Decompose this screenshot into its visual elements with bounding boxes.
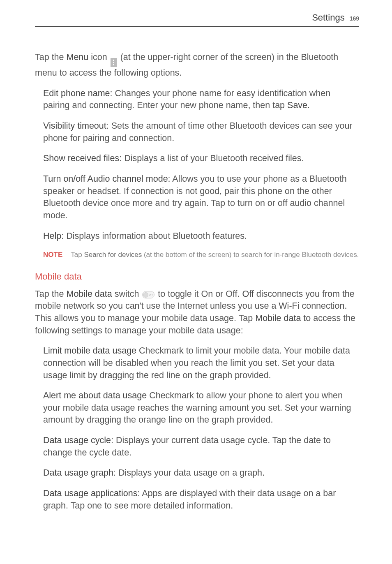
- item-data-usage-graph: Data usage graph: Displays your data usa…: [43, 467, 359, 479]
- s2-b2: Off: [242, 289, 254, 299]
- item-bold: Turn on/off Audio channel mode: [43, 174, 168, 184]
- toggle-off-icon: OFF: [142, 291, 154, 298]
- section-mobile-data-title: Mobile data: [35, 270, 359, 283]
- page-number: 169: [350, 15, 359, 23]
- s2-b1: Mobile data: [67, 289, 112, 299]
- s2-b3: Mobile data: [255, 313, 301, 323]
- note-pre: Tap: [71, 251, 84, 259]
- mobile-data-intro: Tap the Mobile data switch OFF to toggle…: [35, 288, 359, 337]
- item-text: : Displays information about Bluetooth f…: [61, 231, 247, 241]
- item-show-received-files: Show received files: Displays a list of …: [43, 153, 359, 165]
- item-text: : Displays your data usage on a graph.: [113, 468, 265, 478]
- item-bold: Edit phone name: [43, 88, 110, 98]
- item-bold: Help: [43, 231, 61, 241]
- item-visibility-timeout: Visibility timeout: Sets the amount of t…: [43, 120, 359, 144]
- note-block: NOTE Tap Search for devices (at the bott…: [43, 250, 359, 260]
- item-help: Help: Displays information about Bluetoo…: [43, 230, 359, 243]
- item-edit-phone-name: Edit phone name: Changes your phone name…: [43, 88, 359, 112]
- header-title: Settings: [312, 12, 345, 24]
- item-bold: Show received files: [43, 153, 119, 163]
- note-post: (at the bottom of the screen) to search …: [142, 251, 359, 259]
- intro-paragraph: Tap the Menu icon (at the upper-right co…: [35, 51, 359, 79]
- menu-overflow-icon: [111, 58, 117, 67]
- s2-pre: Tap the: [35, 289, 67, 299]
- note-bold: Search for devices: [84, 251, 142, 259]
- note-text: Tap Search for devices (at the bottom of…: [71, 250, 359, 260]
- item-tail: .: [307, 100, 310, 110]
- item-limit-mobile-data: Limit mobile data usage Checkmark to lim…: [43, 345, 359, 381]
- intro-mid: icon: [88, 52, 109, 62]
- page-header: Settings 169: [35, 12, 359, 27]
- item-bold: Limit mobile data usage: [43, 346, 136, 356]
- item-data-usage-cycle: Data usage cycle: Displays your current …: [43, 435, 359, 459]
- item-text: : Displays a list of your Bluetooth rece…: [119, 153, 304, 163]
- item-bold: Data usage applications: [43, 488, 138, 498]
- intro-menu-bold: Menu: [67, 52, 89, 62]
- item-bold: Data usage cycle: [43, 435, 111, 445]
- s2-mid2: to toggle it On or Off.: [155, 289, 242, 299]
- s2-mid1: switch: [112, 289, 142, 299]
- note-label: NOTE: [43, 250, 62, 260]
- item-bold: Data usage graph: [43, 468, 113, 478]
- item-bold2: Save: [287, 100, 307, 110]
- intro-pre: Tap the: [35, 52, 67, 62]
- item-bold: Visibility timeout: [43, 121, 106, 131]
- item-data-usage-applications: Data usage applications: Apps are displa…: [43, 488, 359, 512]
- item-alert-data-usage: Alert me about data usage Checkmark to a…: [43, 390, 359, 426]
- item-audio-channel-mode: Turn on/off Audio channel mode: Allows y…: [43, 173, 359, 222]
- item-bold: Alert me about data usage: [43, 391, 147, 400]
